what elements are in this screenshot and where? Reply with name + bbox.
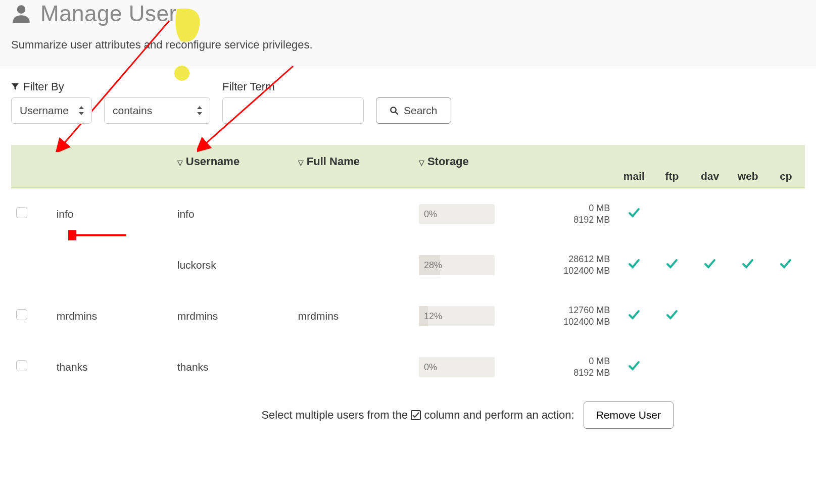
svc-cp[interactable] xyxy=(767,188,805,239)
check-icon xyxy=(666,309,678,321)
storage-bar: 12% xyxy=(419,306,495,326)
storage-pct: 0% xyxy=(424,362,437,372)
filter-term-input[interactable] xyxy=(222,97,364,124)
svc-dav[interactable] xyxy=(691,290,729,341)
filter-op-value: contains xyxy=(113,105,152,117)
filter-field-value: Username xyxy=(20,105,69,117)
col-header-svc-web[interactable]: web xyxy=(729,145,767,188)
svc-web[interactable] xyxy=(729,188,767,239)
storage-size: 28612 MB102400 MB xyxy=(516,254,610,276)
storage-pct: 28% xyxy=(424,260,442,270)
col-header-svc-ftp[interactable]: ftp xyxy=(653,145,691,188)
col-header-svc-mail[interactable]: mail xyxy=(615,145,653,188)
filter-term-label: Filter Term xyxy=(222,80,364,93)
sort-triangle-icon: ▽ xyxy=(298,159,304,167)
filter-by-text: Filter By xyxy=(23,80,64,93)
check-icon xyxy=(666,258,678,270)
row-checkbox[interactable] xyxy=(16,207,27,218)
filter-bar: Filter By Username contains Filter Term … xyxy=(11,80,805,124)
svc-ftp[interactable] xyxy=(653,290,691,341)
svc-dav[interactable] xyxy=(691,239,729,290)
sort-caret-icon xyxy=(78,106,84,115)
remove-user-button[interactable]: Remove User xyxy=(584,401,674,429)
page-subtitle: Summarize user attributes and reconfigur… xyxy=(11,38,805,52)
filter-by-label: Filter By xyxy=(11,80,92,93)
checkbox-icon xyxy=(411,410,421,420)
svc-web[interactable] xyxy=(729,341,767,392)
svc-ftp[interactable] xyxy=(653,239,691,290)
col-header-checkbox xyxy=(11,145,52,188)
check-icon xyxy=(628,360,640,372)
table-row: thanksthanks0%0 MB8192 MB xyxy=(11,341,805,392)
svc-cp[interactable] xyxy=(767,239,805,290)
row-checkbox[interactable] xyxy=(16,360,27,371)
svc-web[interactable] xyxy=(729,290,767,341)
svc-dav[interactable] xyxy=(691,341,729,392)
col-header-username[interactable]: ▽Username xyxy=(172,145,293,188)
search-button-label: Search xyxy=(404,105,438,117)
col-header-svc-dav[interactable]: dav xyxy=(691,145,729,188)
sort-triangle-icon: ▽ xyxy=(177,159,183,167)
row-fullname: mrdmins xyxy=(293,290,414,341)
check-icon xyxy=(628,207,640,219)
row-fullname xyxy=(293,341,414,392)
row-username[interactable]: luckorsk xyxy=(172,239,293,290)
storage-pct: 0% xyxy=(424,209,437,219)
storage-pct: 12% xyxy=(424,311,442,321)
row-username[interactable]: thanks xyxy=(172,341,293,392)
table-row: luckorsk28%28612 MB102400 MB xyxy=(11,239,805,290)
check-icon xyxy=(780,258,792,270)
svc-mail[interactable] xyxy=(615,341,653,392)
row-fullname xyxy=(293,188,414,239)
page-header: Manage Users Summarize user attributes a… xyxy=(0,0,816,66)
svc-mail[interactable] xyxy=(615,239,653,290)
filter-field-select[interactable]: Username xyxy=(11,97,92,124)
sort-triangle-icon: ▽ xyxy=(419,159,424,167)
row-name: thanks xyxy=(52,341,172,392)
storage-bar: 0% xyxy=(419,357,495,377)
svg-rect-6 xyxy=(411,411,420,420)
storage-bar: 28% xyxy=(419,255,495,275)
col-header-blank xyxy=(52,145,172,188)
footer-text-post: column and perform an action: xyxy=(424,409,574,421)
table-row: infoinfo0%0 MB8192 MB xyxy=(11,188,805,239)
svc-ftp[interactable] xyxy=(653,341,691,392)
svg-point-0 xyxy=(17,5,26,14)
svg-point-4 xyxy=(391,107,396,113)
svc-web[interactable] xyxy=(729,239,767,290)
search-button[interactable]: Search xyxy=(376,97,451,124)
row-fullname xyxy=(293,239,414,290)
user-icon xyxy=(11,4,31,24)
search-icon xyxy=(390,106,399,115)
row-username[interactable]: info xyxy=(172,188,293,239)
row-username[interactable]: mrdmins xyxy=(172,290,293,341)
svc-dav[interactable] xyxy=(691,188,729,239)
row-checkbox[interactable] xyxy=(16,309,27,320)
footer-text-pre: Select multiple users from the xyxy=(261,409,411,421)
row-name: info xyxy=(52,188,172,239)
check-icon xyxy=(628,309,640,321)
check-icon xyxy=(704,258,716,270)
svc-cp[interactable] xyxy=(767,341,805,392)
storage-size: 12760 MB102400 MB xyxy=(516,305,610,327)
svc-cp[interactable] xyxy=(767,290,805,341)
svc-ftp[interactable] xyxy=(653,188,691,239)
users-table: ▽Username ▽Full Name ▽Storage mail ftp d… xyxy=(11,145,805,392)
funnel-icon xyxy=(11,83,19,91)
sort-caret-icon xyxy=(197,106,203,115)
check-icon xyxy=(742,258,754,270)
table-row: mrdminsmrdminsmrdmins12%12760 MB102400 M… xyxy=(11,290,805,341)
bulk-action-bar: Select multiple users from the column an… xyxy=(11,401,805,429)
col-header-fullname[interactable]: ▽Full Name xyxy=(293,145,414,188)
col-header-storage[interactable]: ▽Storage xyxy=(414,145,615,188)
filter-op-select[interactable]: contains xyxy=(104,97,210,124)
storage-bar: 0% xyxy=(419,204,495,224)
svc-mail[interactable] xyxy=(615,188,653,239)
page-title: Manage Users xyxy=(40,1,188,26)
storage-size: 0 MB8192 MB xyxy=(516,203,610,225)
col-header-svc-cp[interactable]: cp xyxy=(767,145,805,188)
check-icon xyxy=(628,258,640,270)
svc-mail[interactable] xyxy=(615,290,653,341)
row-name xyxy=(52,239,172,290)
storage-size: 0 MB8192 MB xyxy=(516,356,610,378)
